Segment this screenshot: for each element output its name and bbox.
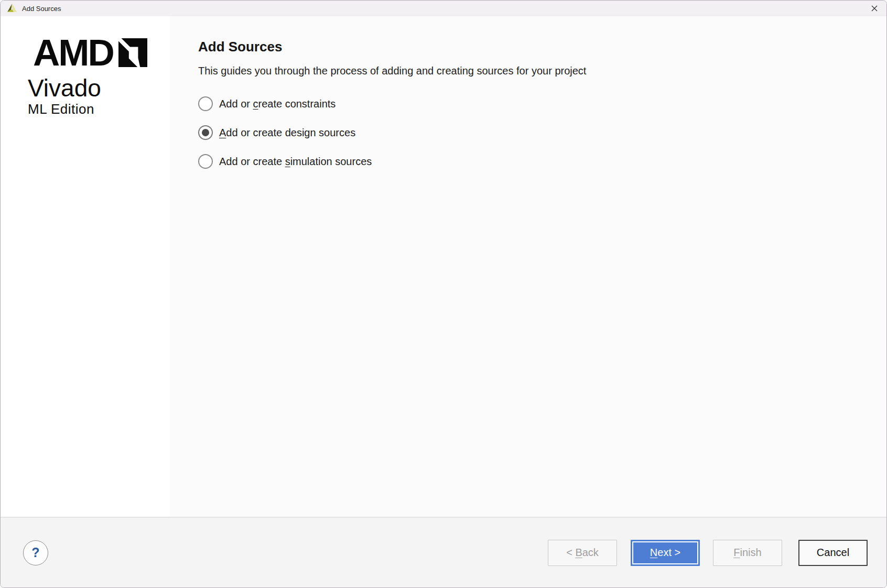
radio-option-constraints[interactable]: Add or create constraints — [198, 96, 866, 111]
radio-option-label: Add or create constraints — [219, 98, 336, 110]
close-x-icon — [870, 4, 879, 13]
footer-bar: ? < Back Next > Finish Cancel — [1, 517, 886, 587]
radio-dot — [202, 158, 209, 165]
radio-button[interactable] — [198, 125, 213, 140]
radio-option-label: Add or create design sources — [219, 127, 355, 139]
question-mark-icon: ? — [31, 545, 39, 560]
finish-button[interactable]: Finish — [713, 540, 782, 566]
cancel-button[interactable]: Cancel — [798, 540, 868, 566]
help-button[interactable]: ? — [23, 540, 48, 565]
product-name: Vivado — [28, 78, 170, 98]
edition-label: ML Edition — [28, 104, 170, 115]
main-content: Add Sources This guides you through the … — [170, 16, 886, 517]
amd-arrow-icon — [118, 38, 147, 67]
vivado-pinwheel-icon — [7, 3, 17, 14]
radio-dot — [202, 129, 209, 136]
cancel-button-label: Cancel — [817, 547, 849, 559]
back-button[interactable]: < Back — [548, 540, 617, 566]
radio-button[interactable] — [198, 154, 213, 169]
radio-dot — [202, 100, 209, 107]
close-button[interactable] — [862, 1, 886, 16]
next-button[interactable]: Next > — [632, 541, 698, 564]
amd-logo: AMD — [33, 38, 170, 67]
radio-option-label: Add or create simulation sources — [219, 156, 372, 168]
back-button-label: < Back — [566, 547, 599, 559]
titlebar: Add Sources — [1, 1, 886, 16]
radio-button[interactable] — [198, 96, 213, 111]
dialog-body: AMD Vivado ML Edition Add Sources This g… — [1, 16, 886, 517]
add-sources-dialog: Add Sources AMD Vivado ML Edition Add So… — [0, 0, 887, 588]
finish-button-label: Finish — [733, 547, 761, 559]
page-title: Add Sources — [198, 39, 866, 54]
radio-option-simulation-sources[interactable]: Add or create simulation sources — [198, 154, 866, 169]
source-type-radio-group: Add or create constraints Add or create … — [198, 96, 866, 169]
page-description: This guides you through the process of a… — [198, 64, 866, 77]
window-title: Add Sources — [22, 5, 61, 13]
next-button-focus-ring: Next > — [631, 540, 700, 566]
next-button-label: Next > — [650, 547, 680, 559]
amd-wordmark: AMD — [33, 38, 113, 67]
radio-option-design-sources[interactable]: Add or create design sources — [198, 125, 866, 140]
brand-sidebar: AMD Vivado ML Edition — [1, 16, 170, 517]
